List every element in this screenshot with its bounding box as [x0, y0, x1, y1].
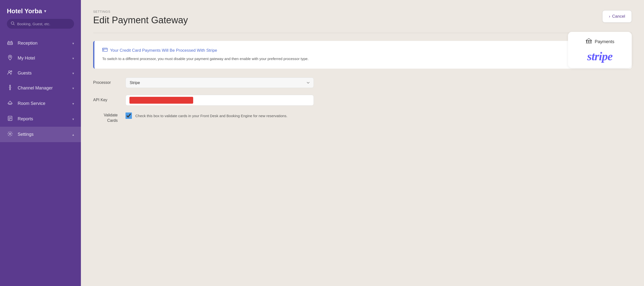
svg-point-4	[10, 56, 11, 58]
reception-chevron-icon: ▾	[72, 42, 74, 45]
channel-manager-icon	[7, 85, 13, 92]
search-input[interactable]	[17, 22, 70, 26]
api-key-label: API Key	[93, 95, 118, 102]
info-box: Your Credit Card Payments Will Be Proces…	[93, 41, 632, 68]
cancel-label: Cancel	[612, 14, 625, 19]
page-title: Edit Payment Gateway	[93, 15, 632, 26]
processor-label: Processor	[93, 78, 118, 85]
payments-widget: Payments stripe	[568, 32, 632, 68]
sidebar-item-room-service[interactable]: Room Service ▾	[0, 96, 81, 111]
guests-chevron-icon: ▾	[72, 71, 74, 75]
sidebar-item-reception[interactable]: Reception ▾	[0, 36, 81, 50]
sidebar-item-reports[interactable]: Reports ▾	[0, 111, 81, 127]
api-key-input[interactable]	[126, 95, 314, 106]
sidebar-item-channel-manager[interactable]: Channel Manager ▾	[0, 80, 81, 96]
validate-cards-checkbox[interactable]	[126, 112, 132, 119]
form-section: Processor Stripe Braintree Authorize.net…	[93, 78, 314, 124]
svg-rect-15	[8, 116, 12, 120]
api-key-control	[126, 95, 314, 106]
room-service-chevron-icon: ▾	[72, 102, 74, 106]
validate-label: Validate Cards	[93, 112, 118, 124]
credit-card-icon	[102, 48, 108, 53]
sidebar-header: Hotel Yorba ▾	[0, 0, 81, 34]
sidebar-item-label-reports: Reports	[18, 116, 33, 122]
validate-cards-row: Validate Cards Check this box to validat…	[93, 112, 314, 124]
my-hotel-icon	[7, 55, 13, 62]
main-content: › Cancel SETTINGS Edit Payment Gateway Y…	[81, 0, 644, 140]
svg-rect-24	[588, 40, 589, 43]
sidebar-item-label-room-service: Room Service	[18, 101, 45, 106]
validate-checkbox-wrapper	[126, 112, 132, 119]
svg-rect-23	[586, 40, 587, 43]
breadcrumb: SETTINGS	[93, 10, 632, 14]
sidebar-item-label-guests: Guests	[18, 70, 32, 76]
svg-point-9	[10, 89, 10, 90]
svg-point-19	[9, 133, 11, 134]
api-key-row: API Key	[93, 95, 314, 106]
info-box-body: To switch to a different processor, you …	[102, 56, 624, 62]
info-box-title-text: Your Credit Card Payments Will Be Proces…	[110, 48, 217, 53]
hotel-name[interactable]: Hotel Yorba ▾	[7, 7, 74, 15]
bank-icon	[586, 38, 592, 46]
cancel-chevron-icon: ›	[609, 14, 610, 19]
guests-icon	[7, 70, 13, 76]
channel-manager-chevron-icon: ▾	[72, 86, 74, 90]
search-icon	[11, 21, 15, 26]
hotel-name-chevron-icon: ▾	[44, 9, 46, 14]
settings-chevron-icon: ▴	[72, 132, 74, 136]
settings-icon	[7, 131, 13, 138]
sidebar-item-my-hotel[interactable]: My Hotel ▾	[0, 50, 81, 66]
search-bar[interactable]	[7, 19, 74, 29]
payments-widget-header: Payments	[586, 38, 614, 46]
svg-point-6	[11, 71, 12, 72]
sidebar-item-label-my-hotel: My Hotel	[18, 56, 35, 61]
sidebar: Hotel Yorba ▾	[0, 0, 81, 286]
api-key-wrapper	[126, 95, 314, 106]
reports-icon	[7, 116, 13, 122]
processor-row: Processor Stripe Braintree Authorize.net	[93, 78, 314, 88]
processor-control: Stripe Braintree Authorize.net	[126, 78, 314, 88]
svg-rect-22	[103, 50, 104, 50]
reports-chevron-icon: ▾	[72, 117, 74, 121]
main-wrapper: › Cancel SETTINGS Edit Payment Gateway Y…	[81, 0, 644, 286]
hotel-name-text: Hotel Yorba	[7, 7, 42, 15]
nav: Reception ▾ My Hotel ▾	[0, 34, 81, 144]
processor-select[interactable]: Stripe Braintree Authorize.net	[126, 78, 314, 88]
svg-line-1	[14, 24, 14, 25]
sidebar-item-label-settings: Settings	[18, 132, 34, 137]
svg-point-8	[10, 85, 10, 86]
svg-point-7	[9, 87, 11, 88]
reception-icon	[7, 40, 13, 46]
svg-rect-25	[590, 40, 591, 43]
info-box-title: Your Credit Card Payments Will Be Proces…	[102, 48, 624, 53]
payments-widget-title: Payments	[595, 39, 614, 44]
sidebar-item-settings[interactable]: Settings ▴	[0, 127, 81, 142]
svg-point-5	[8, 71, 10, 72]
sidebar-item-label-channel-manager: Channel Manager	[18, 86, 53, 91]
room-service-icon	[7, 100, 13, 107]
sidebar-item-label-reception: Reception	[18, 41, 38, 46]
divider	[93, 33, 632, 33]
my-hotel-chevron-icon: ▾	[72, 56, 74, 60]
validate-text: Check this box to validate cards in your…	[135, 112, 287, 119]
sidebar-item-guests[interactable]: Guests ▾	[0, 66, 81, 80]
validate-content: Check this box to validate cards in your…	[126, 112, 314, 119]
cancel-button[interactable]: › Cancel	[602, 10, 632, 22]
stripe-logo: stripe	[587, 50, 612, 63]
